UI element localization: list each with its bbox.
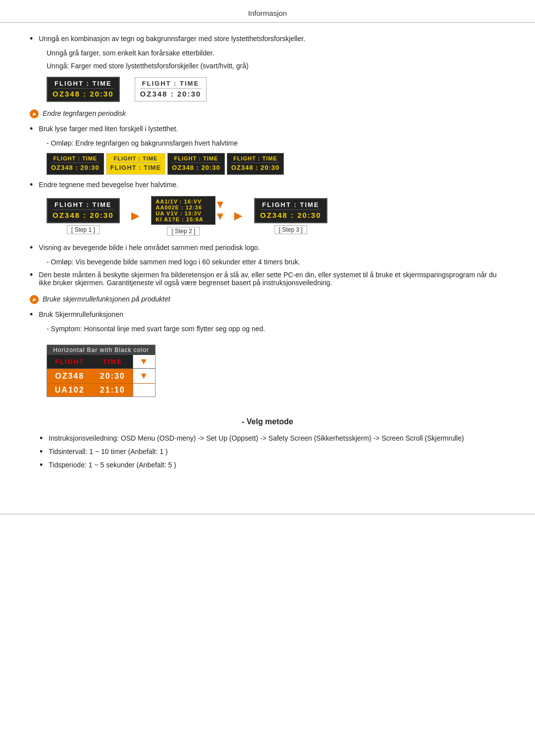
step2-inner-box: AA1/1V : 16:VV AA002E : 12:36 UA V1V : 1… xyxy=(151,196,215,225)
step3-flight-box: FLIGHT : TIME OZ348 : 20:30 xyxy=(254,198,327,223)
step3-header: FLIGHT : TIME xyxy=(260,201,321,210)
page-title: Informasjon xyxy=(0,0,535,23)
step2-row3: UA V1V : 13:3V xyxy=(156,210,211,216)
velg-bullet-text-2: Tidsintervall: 1 ~ 10 timer (Anbefalt: 1… xyxy=(49,448,167,455)
bullet-item-2: • Bruk lyse farger med liten forskjell i… xyxy=(30,125,505,134)
flight-box-dark: FLIGHT : TIME OZ348 : 20:30 xyxy=(47,77,120,102)
velg-dot-3: • xyxy=(40,460,43,470)
step3-data: OZ348 : 20:30 xyxy=(260,211,321,219)
italic-line-2: Bruke skjermrullefunksjonen på produktet xyxy=(30,295,505,303)
bullet-text-6: Bruk Skjermrullefunksjonen xyxy=(39,310,505,318)
step1-data: OZ348 : 20:30 xyxy=(53,211,114,219)
velg-bullet-3: • Tidsperiode: 1 ~ 5 sekunder (Anbefalt:… xyxy=(40,461,505,470)
arrow-step2-3: ► xyxy=(231,208,245,224)
hbar-row1-time: 20:30 xyxy=(92,369,133,384)
cycle-box-4-data: OZ348 : 20:30 xyxy=(231,164,280,171)
step1-flight-box: FLIGHT : TIME OZ348 : 20:30 xyxy=(47,198,120,223)
flight-light-data: OZ348 : 20:30 xyxy=(140,90,202,98)
sub-text-6: - Symptom: Horisontal linje med svart fa… xyxy=(47,325,505,333)
bullet-text-3: Endre tegnene med bevegelse hver halvtim… xyxy=(39,181,505,189)
cycle-box-1-header: FLIGHT : TIME xyxy=(51,155,100,163)
flight-demo-row: FLIGHT : TIME OZ348 : 20:30 FLIGHT : TIM… xyxy=(47,77,505,102)
cycle-box-3-header: FLIGHT : TIME xyxy=(172,155,220,163)
sub-text-1b: Unngå: Farger med store lystetthetsforsf… xyxy=(47,62,505,70)
down-arrow-bottom: ▼ xyxy=(215,210,226,223)
orange-circle-icon-2 xyxy=(30,295,39,304)
cycle-box-4: FLIGHT : TIME OZ348 : 20:30 xyxy=(227,153,284,175)
hbar-title: Horizontal Bar with Black color xyxy=(47,345,156,355)
bullet-dot-6: • xyxy=(30,309,33,320)
bullet-dot-1: • xyxy=(30,34,33,44)
arrow-step1-2: ► xyxy=(129,208,143,224)
bullet-item-5: • Den beste månten å beskytte skjermen f… xyxy=(30,271,505,287)
cycle-box-2: FLIGHT : TIME FLIGHT : TIME xyxy=(106,153,166,175)
velg-bullet-1: • Instruksjonsveiledning: OSD Menu (OSD-… xyxy=(40,434,505,444)
sub-text-4: - Omløp: Vis bevegende bilde sammen med … xyxy=(47,258,505,266)
velg-dot-1: • xyxy=(40,433,43,444)
hbar-arrow-down-2: ▼ xyxy=(139,371,149,381)
bullet-item-4: • Visning av bevegende bilde i hele områ… xyxy=(30,244,505,253)
step2-label: [ Step 2 ] xyxy=(167,227,200,236)
bullet-item-1: • Unngå en kombinasjon av tegn og bakgru… xyxy=(30,35,505,44)
header-title-text: Informasjon xyxy=(248,9,287,17)
page-footer-line xyxy=(0,514,535,514)
cycle-box-3-data: OZ348 : 20:30 xyxy=(172,164,220,171)
step2-row2: AA002E : 12:36 xyxy=(156,204,211,210)
step3-label: [ Step 3 ] xyxy=(274,225,307,234)
hbar-time-header: TIME xyxy=(92,355,133,369)
velg-title: - Velg metode xyxy=(30,417,505,426)
italic-text-1: Endre tegnfargen periodisk xyxy=(43,109,126,117)
cycle-box-1: FLIGHT : TIME OZ348 : 20:30 xyxy=(47,153,104,175)
step1-box: FLIGHT : TIME OZ348 : 20:30 [ Step 1 ] xyxy=(47,198,120,234)
hbar-flight-header: FLIGHT xyxy=(47,355,93,369)
bullet-dot-5: • xyxy=(30,270,33,280)
italic-text-2: Bruke skjermrullefunksjonen på produktet xyxy=(43,295,170,303)
hbar-arrow-down-1: ▼ xyxy=(139,356,149,367)
bullet-dot-2: • xyxy=(30,124,33,134)
bullet-item-3: • Endre tegnene med bevegelse hver halvt… xyxy=(30,181,505,190)
flight-box-light: FLIGHT : TIME OZ348 : 20:30 xyxy=(135,77,207,101)
bullet-dot-3: • xyxy=(30,180,33,190)
cycle-box-3: FLIGHT : TIME OZ348 : 20:30 xyxy=(167,153,225,175)
bullet-item-6: • Bruk Skjermrullefunksjonen xyxy=(30,310,505,320)
step3-box: FLIGHT : TIME OZ348 : 20:30 [ Step 3 ] xyxy=(254,198,327,234)
bullet-text-2: Bruk lyse farger med liten forskjell i l… xyxy=(39,125,505,133)
step1-header: FLIGHT : TIME xyxy=(53,201,114,210)
steps-row: FLIGHT : TIME OZ348 : 20:30 [ Step 1 ] ►… xyxy=(47,196,505,236)
hbar-row1-flight: OZ348 xyxy=(47,369,93,384)
main-content: • Unngå en kombinasjon av tegn og bakgru… xyxy=(0,35,535,494)
flight-dark-data: OZ348 : 20:30 xyxy=(53,90,114,98)
cycle-box-1-data: OZ348 : 20:30 xyxy=(51,164,100,171)
hbar-row2-flight: UA102 xyxy=(47,384,93,397)
step2-box: AA1/1V : 16:VV AA002E : 12:36 UA V1V : 1… xyxy=(151,196,215,236)
bullet-text-5: Den beste månten å beskytte skjermen fra… xyxy=(39,271,505,287)
cycle-box-2-data: FLIGHT : TIME xyxy=(110,164,161,171)
sub-text-2: - Omløp: Endre tegnfargen og bakgrunnsfa… xyxy=(47,139,505,147)
bullet-text-4: Visning av bevegende bilde i hele område… xyxy=(39,244,505,252)
velg-section: - Velg metode • Instruksjonsveiledning: … xyxy=(30,417,505,470)
italic-line-1: Endre tegnfargen periodisk xyxy=(30,109,505,118)
step2-row4: KI A1?E : 15:6A xyxy=(156,216,211,222)
hbar-row2-time: 21:10 xyxy=(92,384,133,397)
velg-bullet-text-1: Instruksjonsveiledning: OSD Menu (OSD-me… xyxy=(49,434,464,442)
flight-dark-header: FLIGHT : TIME xyxy=(53,80,114,89)
velg-bullet-2: • Tidsintervall: 1 ~ 10 timer (Anbefalt:… xyxy=(40,448,505,457)
hbar-demo: Horizontal Bar with Black color FLIGHT T… xyxy=(47,345,156,397)
cycle-box-2-header: FLIGHT : TIME xyxy=(110,155,161,163)
step1-label: [ Step 1 ] xyxy=(67,225,100,234)
flight-light-header: FLIGHT : TIME xyxy=(140,80,202,89)
cycle-box-4-header: FLIGHT : TIME xyxy=(231,155,280,163)
step2-row1: AA1/1V : 16:VV xyxy=(156,199,211,204)
down-arrow-top: ▼ xyxy=(215,198,226,211)
cycle-row: FLIGHT : TIME OZ348 : 20:30 FLIGHT : TIM… xyxy=(47,153,505,175)
hbar-table: Horizontal Bar with Black color FLIGHT T… xyxy=(47,345,156,397)
sub-text-1a: Unngå grå farger, som enkelt kan forårsa… xyxy=(47,49,505,57)
velg-dot-2: • xyxy=(40,447,43,457)
bullet-text-1: Unngå en kombinasjon av tegn og bakgrunn… xyxy=(39,35,505,43)
orange-circle-icon-1 xyxy=(30,109,39,118)
bullet-dot-4: • xyxy=(30,243,33,253)
velg-bullet-text-3: Tidsperiode: 1 ~ 5 sekunder (Anbefalt: 5… xyxy=(49,461,176,469)
